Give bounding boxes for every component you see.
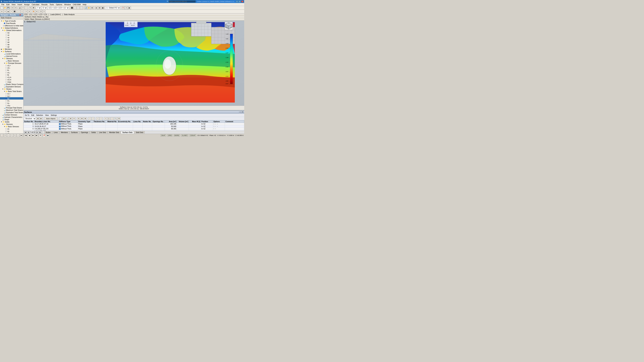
surfaces-disp-btn[interactable]: ▪ [10,10,13,13]
radio-ex-plus[interactable] [5,93,7,94]
col-header-position[interactable]: Position [201,120,213,123]
lc-combo[interactable]: LC1 + LC2 + LC3 + LC4 [48,6,69,9]
results-max-btn[interactable]: □ [240,111,242,113]
toggle-stresses[interactable]: ▼ [2,58,4,59]
tree-item-maximum-total-strains[interactable]: 📊 Maximum Total Strains [0,109,23,111]
tab-solid-sets[interactable]: Solid Sets [134,131,145,134]
viewport[interactable]: -75.00 -80.00 [24,20,244,110]
radio-uy[interactable] [6,37,7,38]
radio-exy-plus[interactable] [5,98,7,99]
results-tb13[interactable]: f [104,117,107,120]
tree-section-stresses[interactable]: ▼ 📁 Stresses [0,57,23,60]
radio-u-abs[interactable] [6,32,7,33]
nav-members-btn[interactable]: ▬ [20,134,23,137]
menu-calculate[interactable]: Calculate [31,3,40,6]
tree-section-solid-basic-stresses[interactable]: ▼ 📁 Basic Stresses [0,125,23,128]
tree-item-ex-minus[interactable]: εx,- [0,99,23,102]
tree-item-ey-plus[interactable]: εy,+ [0,95,23,97]
tree-item-thetac[interactable]: θc [0,74,23,76]
menu-results[interactable]: Results [40,3,49,6]
close-button[interactable]: ✕ [241,0,244,2]
tab-surfaces[interactable]: Surfaces [70,131,79,134]
new-btn[interactable]: 📄 [0,6,3,9]
co-combo[interactable]: CO2 [42,6,47,9]
labels-btn[interactable]: A [28,10,31,13]
menu-tools[interactable]: Tools [48,3,55,6]
status-nav-next[interactable]: ▶ [32,134,34,137]
side-btn[interactable]: ⬜ [80,6,83,9]
radio-sigma2-plus[interactable] [5,65,7,66]
tab-nodes[interactable]: Nodes [44,131,52,134]
results-min-btn[interactable]: ─ [239,111,240,113]
clip-btn[interactable]: ✂ [42,10,46,13]
status-glines[interactable]: GLINES [181,134,188,136]
numbering-btn[interactable]: # [25,10,28,13]
results-btn[interactable]: R [122,6,124,9]
status-snap[interactable]: SNAP [160,134,166,136]
tree-item-exy-plus[interactable]: εy,- [0,97,23,99]
table-row[interactable]: 3 19-26,36-45,27 Without Thick. Plane 50… [24,125,244,128]
save-btn[interactable]: 💾 [7,6,10,9]
tree-item-taumax[interactable]: τmax [0,81,23,83]
tree-item-elastic-stress[interactable]: 📊 Elastic Stress Components [0,83,23,85]
radio-sigma2m[interactable] [5,79,7,80]
radio-solid-sx[interactable] [5,128,7,130]
print-btn[interactable]: 🖨 [18,6,21,9]
mesh-btn[interactable]: ⊞ [98,6,101,9]
tree-item-sigma1-minus[interactable]: σ1,- [0,71,23,74]
tree-section-global-defs[interactable]: ▼ 📁 Global Definitions [0,27,23,29]
surface-btn[interactable]: ▦ [101,6,104,9]
tab-line-sets[interactable]: Line Sets [98,131,108,134]
rotate-btn[interactable]: 🔄 [84,6,87,9]
tree-item-u-abs[interactable]: |u| [0,31,23,34]
col-header-geometry[interactable]: Geometry Type [78,120,92,123]
col-header-mass[interactable]: Mass M [t] [189,120,201,123]
toggle-strains[interactable]: ▼ [2,88,4,90]
tree-item-ex-plus[interactable]: εx,+ [0,92,23,95]
table-row[interactable]: 1 16,17,28,65-47,18 Without Thick. Plane… [24,123,244,125]
select-btn[interactable]: ↖ [29,6,32,9]
move-btn[interactable]: ✥ [32,6,35,9]
results-tb12[interactable]: → [100,117,102,120]
results-goto[interactable]: Go To [24,114,30,116]
menu-insert[interactable]: Insert [16,3,23,6]
col-header-options[interactable]: Options [213,120,225,123]
col-header-ecc[interactable]: Eccentricity No. [118,120,133,123]
support-disp-btn[interactable]: ⊥ [20,10,24,13]
radio-uz[interactable] [6,39,7,40]
radio-differences[interactable] [3,25,4,26]
animation-btn[interactable]: ▶ [128,6,131,9]
radio-phix[interactable] [6,41,7,43]
loads-disp-btn[interactable]: ↓ [17,10,20,13]
nav-result-values-btn[interactable]: 📋 [1,134,3,137]
tree-item-uz[interactable]: uz [0,38,23,41]
menu-edit[interactable]: Edit [5,3,10,6]
col-header-boundary[interactable]: Boundary Lines No. [34,120,58,123]
tree-item-shape[interactable]: 📊 Shape [0,118,23,121]
toggle-surfaces[interactable]: ▼ [1,51,2,52]
tree-item-equivalent-stresses[interactable]: 📊 Equivalent Stresses [0,85,23,88]
tree-section-solids[interactable]: ▼ 📁 Solids [0,121,23,123]
lc-combo-s[interactable]: S: [36,6,41,9]
table-prev-btn[interactable]: ◀ [27,131,30,134]
tab-surface-sets[interactable]: Surface Sets [121,131,134,134]
toggle-basic-total-strains[interactable]: ▼ [4,90,5,92]
results-tb15[interactable]: 📋 [111,117,114,120]
toggle-global-defs[interactable]: ▼ [1,27,2,29]
radio-phiz[interactable] [6,46,7,47]
front-btn[interactable]: ⬜ [74,6,77,9]
tree-section-basic-total-strains[interactable]: ▼ 📁 Basic Total Strains [0,90,23,92]
col-header-openings[interactable]: Openings No. [152,120,165,123]
col-header-material[interactable]: Material No. [106,120,118,123]
tree-item-uy[interactable]: uy [0,36,23,38]
radio-ey-minus[interactable] [5,102,7,104]
results-tb4[interactable]: ⊞ [69,117,72,120]
results-tb16[interactable]: 🔍 [114,117,117,120]
tree-item-sigma2-plus[interactable]: σ2,+ [0,64,23,67]
tree-item-equivalent-total-strains[interactable]: 📊 Equivalent Total Strains [0,111,23,114]
tab-solids[interactable]: Solids [90,131,97,134]
nav-pin-btn[interactable]: 📌 [19,14,21,16]
tree-section-global-deformations[interactable]: ▼ 📁 Global Deformations [0,29,23,31]
table-first-btn[interactable]: |◀ [24,131,26,134]
radio-ex-minus[interactable] [5,100,7,101]
